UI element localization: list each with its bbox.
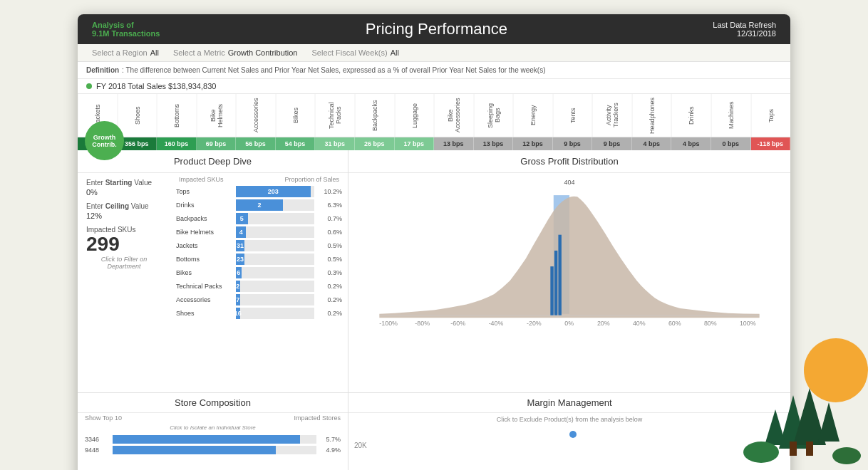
click-isolate[interactable]: Click to Isolate an Individual Store: [78, 423, 348, 432]
svg-marker-22: [797, 392, 822, 438]
category-header-shoes[interactable]: Shoes: [118, 94, 157, 137]
category-value-headphones[interactable]: 4 bps: [632, 137, 672, 150]
impacted-stores-label: Impacted Stores: [294, 414, 341, 422]
product-name: Bikes: [176, 269, 233, 276]
category-header-luggage[interactable]: Luggage: [395, 94, 435, 137]
margin-note[interactable]: Click to Exclude Product(s) from the ana…: [354, 416, 785, 423]
region-value: All: [150, 48, 159, 57]
category-header-technical-packs[interactable]: Technical Packs: [315, 94, 355, 137]
category-value-energy[interactable]: 12 bps: [513, 137, 553, 150]
category-value-bottoms[interactable]: 160 bps: [157, 137, 197, 150]
week-value: All: [391, 48, 399, 57]
category-value-bike-accessories[interactable]: 13 bps: [434, 137, 474, 150]
product-bar-container: 16: [236, 308, 314, 319]
category-value-activity-trackers[interactable]: 9 bps: [592, 137, 632, 150]
category-header-tops[interactable]: Tops: [751, 94, 790, 137]
svg-marker-25: [818, 402, 839, 442]
product-row[interactable]: Technical Packs 2 0.2%: [176, 281, 342, 292]
product-pct: 0.5%: [317, 242, 342, 249]
svg-text:40%: 40%: [633, 320, 646, 327]
click-filter[interactable]: Click to Filter on Department: [86, 256, 162, 270]
metric-value: Growth Contribution: [228, 48, 298, 57]
product-rows: Tops 203 10.2% Drinks 2 6.3% Backpacks 5…: [176, 186, 342, 319]
product-pct: 0.2%: [317, 296, 342, 303]
category-value-technical-packs[interactable]: 31 bps: [315, 137, 355, 150]
category-value-bikes[interactable]: 54 bps: [276, 137, 316, 150]
product-name: Accessories: [176, 296, 233, 303]
product-name: Tops: [176, 188, 233, 195]
category-header-bottoms[interactable]: Bottoms: [157, 94, 197, 137]
gross-profit-title: Gross Profit Distribution: [348, 150, 790, 173]
filter-bar: Select a Region All Select a Metric Grow…: [78, 44, 790, 62]
product-bar-container: 6: [236, 267, 314, 278]
product-row[interactable]: Bike Helmets 4 0.6%: [176, 226, 342, 238]
category-value-tents[interactable]: 9 bps: [553, 137, 593, 150]
category-header-sleeping-bags[interactable]: Sleeping Bags: [474, 94, 514, 137]
svg-text:60%: 60%: [668, 320, 681, 327]
category-value-backpacks[interactable]: 26 bps: [355, 137, 395, 150]
store-row[interactable]: 9448 4.9%: [85, 446, 341, 454]
category-header-machines[interactable]: Machines: [711, 94, 751, 137]
category-header-activity-trackers[interactable]: Activity Trackers: [592, 94, 632, 137]
product-bar-container: 2: [236, 281, 314, 292]
week-filter[interactable]: Select Fiscal Week(s) All: [311, 48, 398, 57]
svg-text:-100%: -100%: [379, 320, 398, 327]
category-value-luggage[interactable]: 17 bps: [395, 137, 435, 150]
store-bar: [113, 435, 300, 444]
product-bar: 23: [236, 254, 244, 265]
ceiling-value: 12%: [86, 212, 162, 220]
category-header-headphones[interactable]: Headphones: [632, 94, 672, 137]
product-bar: 6: [236, 267, 242, 278]
product-pct: 0.2%: [317, 283, 342, 290]
product-pct: 10.2%: [317, 188, 342, 195]
store-comp-subheader: Show Top 10 Impacted Stores: [78, 413, 348, 423]
header-left: Analysis of 9.1M Transactions: [92, 21, 160, 38]
product-bar: 203: [236, 186, 311, 197]
product-name: Shoes: [176, 310, 233, 317]
category-header-accessories[interactable]: Accessories: [236, 94, 276, 137]
start-label: Enter Starting Value: [86, 179, 162, 187]
svg-text:-60%: -60%: [450, 320, 465, 327]
product-row[interactable]: Jackets 31 0.5%: [176, 240, 342, 251]
metric-filter[interactable]: Select a Metric Growth Contribution: [173, 48, 298, 57]
product-row[interactable]: Bikes 6 0.3%: [176, 267, 342, 278]
category-header-tents[interactable]: Tents: [553, 94, 593, 137]
category-header-bike-helmets[interactable]: Bike Helmets: [197, 94, 237, 137]
region-filter[interactable]: Select a Region All: [92, 48, 159, 57]
product-bar-container: 203: [236, 186, 314, 197]
store-pct: 5.7%: [319, 436, 341, 443]
category-values: 391 bps356 bps160 bps69 bps56 bps54 bps3…: [78, 137, 790, 150]
product-row[interactable]: Accessories 7 0.2%: [176, 294, 342, 306]
category-header-energy[interactable]: Energy: [513, 94, 553, 137]
category-header-bikes[interactable]: Bikes: [276, 94, 316, 137]
svg-point-29: [832, 447, 861, 464]
category-value-tops[interactable]: -118 bps: [751, 137, 790, 150]
bottom-content: Store Composition Show Top 10 Impacted S…: [78, 392, 790, 470]
category-header-drinks[interactable]: Drinks: [671, 94, 711, 137]
product-row[interactable]: Bottoms 23 0.5%: [176, 254, 342, 265]
product-row[interactable]: Shoes 16 0.2%: [176, 308, 342, 319]
product-pct: 0.3%: [317, 269, 342, 276]
category-value-bike-helmets[interactable]: 69 bps: [197, 137, 237, 150]
store-row[interactable]: 3346 5.7%: [85, 435, 341, 444]
svg-rect-27: [806, 442, 813, 456]
margin-content: Click to Exclude Product(s) from the ana…: [348, 413, 790, 470]
week-label: Select Fiscal Week(s): [311, 48, 387, 57]
store-composition-panel: Store Composition Show Top 10 Impacted S…: [78, 393, 348, 470]
product-bar-container: 31: [236, 240, 314, 251]
category-header-bike-accessories[interactable]: Bike Accessories: [434, 94, 474, 137]
svg-text:-40%: -40%: [489, 320, 504, 327]
svg-text:-80%: -80%: [415, 320, 430, 327]
category-value-accessories[interactable]: 56 bps: [236, 137, 276, 150]
definition-bar: Definition : The difference between Curr…: [78, 62, 790, 79]
product-row[interactable]: Backpacks 5 0.7%: [176, 213, 342, 224]
category-value-machines[interactable]: 0 bps: [711, 137, 751, 150]
last-refresh-label: Last Data Refresh: [713, 21, 776, 29]
category-value-drinks[interactable]: 4 bps: [671, 137, 711, 150]
product-row[interactable]: Drinks 2 6.3%: [176, 199, 342, 211]
product-row[interactable]: Tops 203 10.2%: [176, 186, 342, 197]
category-header-backpacks[interactable]: Backpacks: [355, 94, 395, 137]
category-value-sleeping-bags[interactable]: 13 bps: [474, 137, 514, 150]
header-right: Last Data Refresh 12/31/2018: [713, 21, 776, 38]
gp-chart: -100% -80% -60% -40% -20% 0% 20% 40% 60%…: [354, 187, 785, 330]
